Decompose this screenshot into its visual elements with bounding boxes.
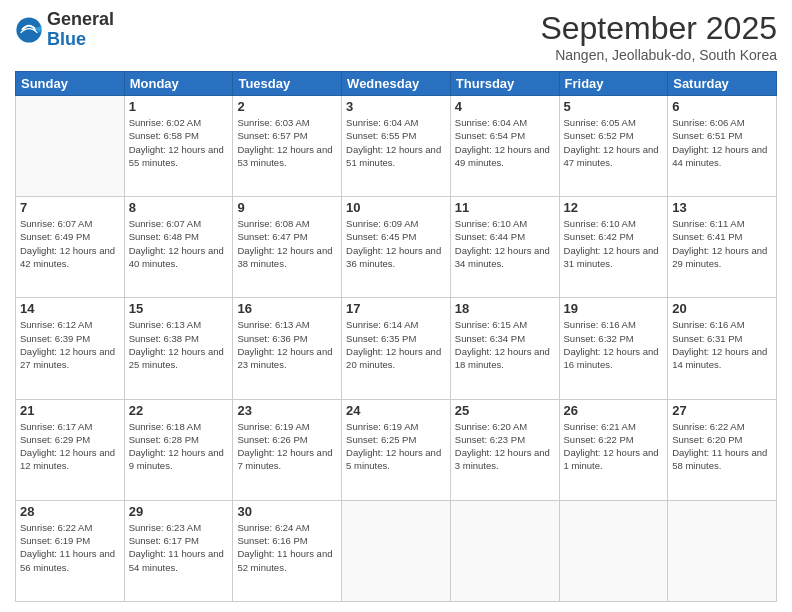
day-info: Sunrise: 6:04 AMSunset: 6:54 PMDaylight:… xyxy=(455,116,555,169)
day-info: Sunrise: 6:23 AMSunset: 6:17 PMDaylight:… xyxy=(129,521,229,574)
day-number: 16 xyxy=(237,301,337,316)
day-info: Sunrise: 6:03 AMSunset: 6:57 PMDaylight:… xyxy=(237,116,337,169)
calendar-cell: 22Sunrise: 6:18 AMSunset: 6:28 PMDayligh… xyxy=(124,399,233,500)
day-number: 14 xyxy=(20,301,120,316)
title-area: September 2025 Nangen, Jeollabuk-do, Sou… xyxy=(540,10,777,63)
day-info: Sunrise: 6:24 AMSunset: 6:16 PMDaylight:… xyxy=(237,521,337,574)
day-number: 24 xyxy=(346,403,446,418)
day-info: Sunrise: 6:07 AMSunset: 6:48 PMDaylight:… xyxy=(129,217,229,270)
day-number: 15 xyxy=(129,301,229,316)
day-info: Sunrise: 6:19 AMSunset: 6:26 PMDaylight:… xyxy=(237,420,337,473)
day-number: 19 xyxy=(564,301,664,316)
calendar-cell xyxy=(16,96,125,197)
day-info: Sunrise: 6:10 AMSunset: 6:42 PMDaylight:… xyxy=(564,217,664,270)
weekday-header-saturday: Saturday xyxy=(668,72,777,96)
calendar-cell: 8Sunrise: 6:07 AMSunset: 6:48 PMDaylight… xyxy=(124,197,233,298)
weekday-header-row: SundayMondayTuesdayWednesdayThursdayFrid… xyxy=(16,72,777,96)
day-number: 4 xyxy=(455,99,555,114)
day-info: Sunrise: 6:13 AMSunset: 6:36 PMDaylight:… xyxy=(237,318,337,371)
day-info: Sunrise: 6:16 AMSunset: 6:32 PMDaylight:… xyxy=(564,318,664,371)
calendar-week-1: 1Sunrise: 6:02 AMSunset: 6:58 PMDaylight… xyxy=(16,96,777,197)
calendar-cell: 26Sunrise: 6:21 AMSunset: 6:22 PMDayligh… xyxy=(559,399,668,500)
calendar-cell: 6Sunrise: 6:06 AMSunset: 6:51 PMDaylight… xyxy=(668,96,777,197)
logo-icon xyxy=(15,16,43,44)
month-title: September 2025 xyxy=(540,10,777,47)
day-info: Sunrise: 6:22 AMSunset: 6:19 PMDaylight:… xyxy=(20,521,120,574)
day-info: Sunrise: 6:08 AMSunset: 6:47 PMDaylight:… xyxy=(237,217,337,270)
logo-text: General Blue xyxy=(47,10,114,50)
calendar-cell: 10Sunrise: 6:09 AMSunset: 6:45 PMDayligh… xyxy=(342,197,451,298)
day-number: 21 xyxy=(20,403,120,418)
logo-blue: Blue xyxy=(47,30,114,50)
day-info: Sunrise: 6:20 AMSunset: 6:23 PMDaylight:… xyxy=(455,420,555,473)
day-info: Sunrise: 6:02 AMSunset: 6:58 PMDaylight:… xyxy=(129,116,229,169)
day-info: Sunrise: 6:05 AMSunset: 6:52 PMDaylight:… xyxy=(564,116,664,169)
day-info: Sunrise: 6:21 AMSunset: 6:22 PMDaylight:… xyxy=(564,420,664,473)
day-number: 6 xyxy=(672,99,772,114)
day-info: Sunrise: 6:12 AMSunset: 6:39 PMDaylight:… xyxy=(20,318,120,371)
day-info: Sunrise: 6:17 AMSunset: 6:29 PMDaylight:… xyxy=(20,420,120,473)
logo-general: General xyxy=(47,10,114,30)
calendar-cell: 11Sunrise: 6:10 AMSunset: 6:44 PMDayligh… xyxy=(450,197,559,298)
day-number: 30 xyxy=(237,504,337,519)
weekday-header-thursday: Thursday xyxy=(450,72,559,96)
calendar-cell: 25Sunrise: 6:20 AMSunset: 6:23 PMDayligh… xyxy=(450,399,559,500)
day-number: 25 xyxy=(455,403,555,418)
day-info: Sunrise: 6:06 AMSunset: 6:51 PMDaylight:… xyxy=(672,116,772,169)
location: Nangen, Jeollabuk-do, South Korea xyxy=(540,47,777,63)
day-info: Sunrise: 6:10 AMSunset: 6:44 PMDaylight:… xyxy=(455,217,555,270)
calendar-week-3: 14Sunrise: 6:12 AMSunset: 6:39 PMDayligh… xyxy=(16,298,777,399)
calendar-cell: 4Sunrise: 6:04 AMSunset: 6:54 PMDaylight… xyxy=(450,96,559,197)
day-number: 20 xyxy=(672,301,772,316)
calendar-cell: 16Sunrise: 6:13 AMSunset: 6:36 PMDayligh… xyxy=(233,298,342,399)
day-number: 13 xyxy=(672,200,772,215)
day-number: 17 xyxy=(346,301,446,316)
logo: General Blue xyxy=(15,10,114,50)
day-info: Sunrise: 6:22 AMSunset: 6:20 PMDaylight:… xyxy=(672,420,772,473)
calendar-cell: 1Sunrise: 6:02 AMSunset: 6:58 PMDaylight… xyxy=(124,96,233,197)
calendar-cell: 5Sunrise: 6:05 AMSunset: 6:52 PMDaylight… xyxy=(559,96,668,197)
calendar-cell: 19Sunrise: 6:16 AMSunset: 6:32 PMDayligh… xyxy=(559,298,668,399)
calendar-cell: 29Sunrise: 6:23 AMSunset: 6:17 PMDayligh… xyxy=(124,500,233,601)
calendar-cell: 28Sunrise: 6:22 AMSunset: 6:19 PMDayligh… xyxy=(16,500,125,601)
calendar-cell: 18Sunrise: 6:15 AMSunset: 6:34 PMDayligh… xyxy=(450,298,559,399)
day-number: 5 xyxy=(564,99,664,114)
calendar-cell: 24Sunrise: 6:19 AMSunset: 6:25 PMDayligh… xyxy=(342,399,451,500)
day-info: Sunrise: 6:11 AMSunset: 6:41 PMDaylight:… xyxy=(672,217,772,270)
calendar-cell: 27Sunrise: 6:22 AMSunset: 6:20 PMDayligh… xyxy=(668,399,777,500)
day-number: 11 xyxy=(455,200,555,215)
calendar-cell: 23Sunrise: 6:19 AMSunset: 6:26 PMDayligh… xyxy=(233,399,342,500)
calendar-cell xyxy=(450,500,559,601)
calendar-cell xyxy=(668,500,777,601)
header: General Blue September 2025 Nangen, Jeol… xyxy=(15,10,777,63)
calendar-cell: 21Sunrise: 6:17 AMSunset: 6:29 PMDayligh… xyxy=(16,399,125,500)
day-number: 28 xyxy=(20,504,120,519)
calendar-week-5: 28Sunrise: 6:22 AMSunset: 6:19 PMDayligh… xyxy=(16,500,777,601)
calendar-cell xyxy=(559,500,668,601)
day-number: 7 xyxy=(20,200,120,215)
calendar-cell: 15Sunrise: 6:13 AMSunset: 6:38 PMDayligh… xyxy=(124,298,233,399)
day-info: Sunrise: 6:07 AMSunset: 6:49 PMDaylight:… xyxy=(20,217,120,270)
day-number: 8 xyxy=(129,200,229,215)
weekday-header-wednesday: Wednesday xyxy=(342,72,451,96)
day-number: 18 xyxy=(455,301,555,316)
day-number: 29 xyxy=(129,504,229,519)
day-number: 27 xyxy=(672,403,772,418)
day-number: 23 xyxy=(237,403,337,418)
day-number: 2 xyxy=(237,99,337,114)
calendar-table: SundayMondayTuesdayWednesdayThursdayFrid… xyxy=(15,71,777,602)
day-info: Sunrise: 6:15 AMSunset: 6:34 PMDaylight:… xyxy=(455,318,555,371)
day-info: Sunrise: 6:16 AMSunset: 6:31 PMDaylight:… xyxy=(672,318,772,371)
day-number: 12 xyxy=(564,200,664,215)
day-number: 10 xyxy=(346,200,446,215)
calendar-cell: 30Sunrise: 6:24 AMSunset: 6:16 PMDayligh… xyxy=(233,500,342,601)
day-number: 9 xyxy=(237,200,337,215)
day-number: 22 xyxy=(129,403,229,418)
day-number: 1 xyxy=(129,99,229,114)
day-number: 3 xyxy=(346,99,446,114)
weekday-header-monday: Monday xyxy=(124,72,233,96)
calendar-cell: 2Sunrise: 6:03 AMSunset: 6:57 PMDaylight… xyxy=(233,96,342,197)
calendar-cell: 7Sunrise: 6:07 AMSunset: 6:49 PMDaylight… xyxy=(16,197,125,298)
calendar-cell: 9Sunrise: 6:08 AMSunset: 6:47 PMDaylight… xyxy=(233,197,342,298)
calendar-week-2: 7Sunrise: 6:07 AMSunset: 6:49 PMDaylight… xyxy=(16,197,777,298)
